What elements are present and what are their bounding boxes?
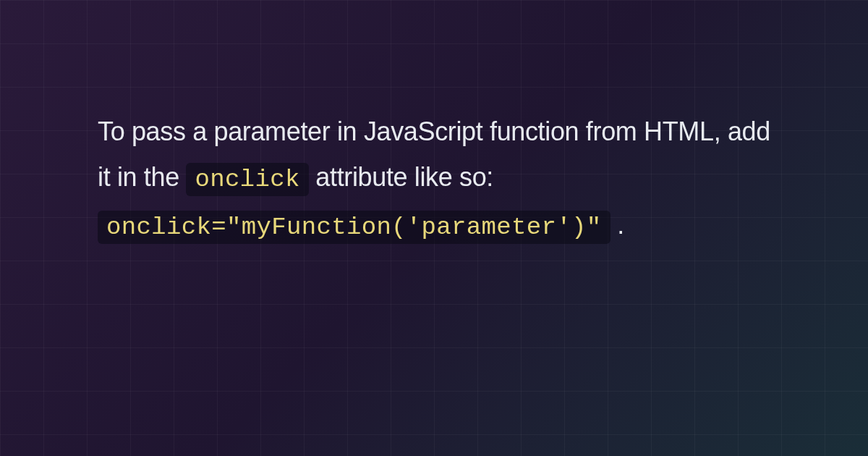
code-inline-onclick: onclick	[186, 163, 308, 196]
explanation-paragraph: To pass a parameter in JavaScript functi…	[98, 109, 770, 249]
code-inline-example: onclick="myFunction('parameter')"	[98, 211, 610, 244]
text-segment-2: attribute like so:	[315, 162, 493, 192]
content-area: To pass a parameter in JavaScript functi…	[0, 0, 868, 456]
text-segment-3: .	[617, 210, 624, 240]
